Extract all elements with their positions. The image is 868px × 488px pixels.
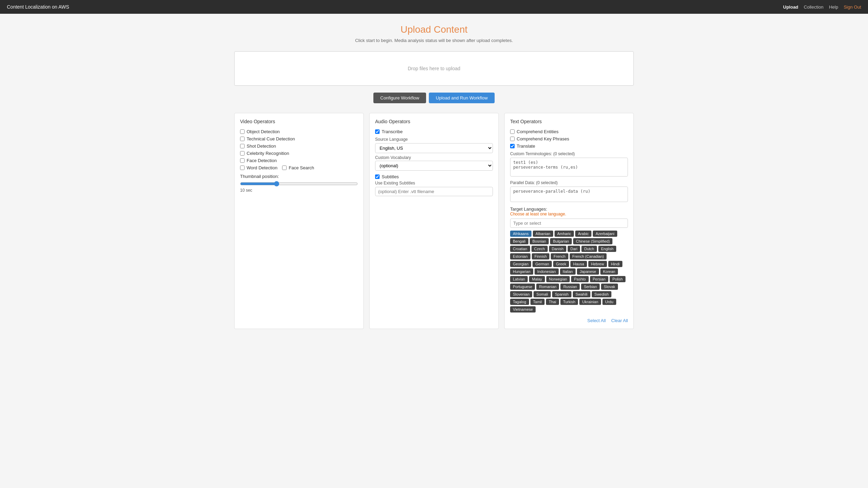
lang-tag-dutch[interactable]: Dutch [581,246,597,252]
parallel-data-textarea[interactable]: perseverance-parallel-data (ru) [510,187,628,202]
lang-tag-hausa[interactable]: Hausa [570,261,587,267]
lang-tag-russian[interactable]: Russian [560,284,580,290]
lang-tag-urdu[interactable]: Urdu [602,299,616,305]
lang-tag-dari[interactable]: Dari [568,246,580,252]
language-search-input[interactable] [510,219,628,228]
lang-tag-hindi[interactable]: Hindi [608,261,622,267]
face-search-label: Face Search [289,165,314,170]
use-existing-subtitles-label: Use Existing Subtitles [375,181,493,185]
lang-tag-romanian[interactable]: Romanian [536,284,559,290]
lang-tag-slovenian[interactable]: Slovenian [510,291,532,297]
vtt-filename-input[interactable] [375,187,493,196]
upload-dropzone[interactable]: Drop files here to upload [234,51,634,86]
clear-all-link[interactable]: Clear All [611,318,628,323]
transcribe-checkbox[interactable] [375,129,380,134]
technical-cue-checkbox[interactable] [240,137,245,141]
lang-tag-finnish[interactable]: Finnish [532,253,549,259]
lang-tag-tamil[interactable]: Tamil [530,299,545,305]
translate-checkbox[interactable] [510,144,515,148]
custom-terminologies-label: Custom Terminologies: (0 selected) [510,151,628,156]
lang-tag-hungarian[interactable]: Hungarian [510,268,533,275]
lang-tag-german[interactable]: German [533,261,552,267]
configure-workflow-button[interactable]: Configure Workflow [373,93,426,103]
lang-tag-georgian[interactable]: Georgian [510,261,531,267]
transcribe-label: Transcribe [382,129,403,134]
word-detection-checkbox[interactable] [240,166,245,170]
lang-tag-french-(canadian)[interactable]: French (Canadian) [570,253,607,259]
celebrity-recognition-label: Celebrity Recognition [247,151,289,156]
thumbnail-slider[interactable] [240,181,358,187]
lang-tag-thai[interactable]: Thai [546,299,559,305]
nav-signout[interactable]: Sign Out [844,4,861,10]
lang-tag-polish[interactable]: Polish [610,276,626,282]
lang-tag-afrikaans[interactable]: Afrikaans [510,231,531,237]
upload-run-workflow-button[interactable]: Upload and Run Workflow [429,93,495,103]
lang-tag-hebrew[interactable]: Hebrew [588,261,607,267]
lang-tag-indonesian[interactable]: Indonesian [535,268,559,275]
lang-tag-norwegian[interactable]: Norwegian [546,276,570,282]
lang-tag-czech[interactable]: Czech [531,246,548,252]
lang-tag-latvian[interactable]: Latvian [510,276,528,282]
app-logo: Content Localization on AWS [7,4,69,10]
upload-dropzone-label: Drop files here to upload [408,66,461,71]
lang-tag-japanese[interactable]: Japanese [577,268,599,275]
nav-collection[interactable]: Collection [804,4,824,10]
lang-tag-greek[interactable]: Greek [553,261,569,267]
comprehend-key-phrases-checkbox[interactable] [510,137,515,141]
source-language-select[interactable]: English, US English, GB Spanish French G… [375,143,493,153]
face-search-checkbox[interactable] [282,166,287,170]
object-detection-checkbox[interactable] [240,129,245,134]
face-detection-label: Face Detection [247,158,277,163]
lang-tag-french[interactable]: French [551,253,568,259]
lang-tag-vietnamese[interactable]: Vietnamese [510,306,536,312]
lang-tag-estonian[interactable]: Estonian [510,253,530,259]
face-detection-checkbox[interactable] [240,158,245,163]
lang-tag-italian[interactable]: Italian [560,268,576,275]
technical-cue-label: Technical Cue Detection [247,136,295,141]
lang-tag-korean[interactable]: Korean [600,268,618,275]
lang-tag-serbian[interactable]: Serbian [581,284,600,290]
lang-tag-persian[interactable]: Persian [590,276,608,282]
lang-tag-bulgarian[interactable]: Bulgarian [550,238,571,244]
page-container: Upload Content Click start to begin. Med… [227,14,641,339]
lang-tag-bosnian[interactable]: Bosnian [530,238,549,244]
lang-tag-somali[interactable]: Somali [534,291,551,297]
lang-tag-arabic[interactable]: Arabic [575,231,591,237]
target-languages-label: Target Languages: [510,206,628,212]
lang-tag-swahili[interactable]: Swahili [573,291,590,297]
lang-tag-portuguese[interactable]: Portuguese [510,284,535,290]
object-detection-label: Object Detection [247,129,280,134]
lang-tag-turkish[interactable]: Turkish [560,299,578,305]
transcribe-row: Transcribe [375,129,493,134]
lang-tag-pashto[interactable]: Pashto [571,276,588,282]
comprehend-entities-checkbox[interactable] [510,129,515,134]
audio-operators-title: Audio Operators [375,119,493,124]
lang-tag-slovak[interactable]: Slovak [601,284,618,290]
select-all-link[interactable]: Select All [587,318,606,323]
video-op-celebrity: Celebrity Recognition [240,151,358,156]
source-language-label: Source Language [375,137,493,142]
custom-vocab-select[interactable]: (optional) [375,161,493,171]
nav-help[interactable]: Help [829,4,838,10]
lang-tag-chinese-(simplified)[interactable]: Chinese (Simplified) [573,238,612,244]
lang-tag-english[interactable]: English [598,246,616,252]
lang-tag-swedish[interactable]: Swedish [592,291,612,297]
operator-columns: Video Operators Object Detection Technic… [234,113,634,329]
lang-tag-bengali[interactable]: Bengali [510,238,528,244]
lang-tag-spanish[interactable]: Spanish [552,291,571,297]
shot-detection-checkbox[interactable] [240,144,245,148]
celebrity-recognition-checkbox[interactable] [240,151,245,156]
lang-tag-azerbaijani[interactable]: Azerbaijani [593,231,617,237]
lang-tag-tagalog[interactable]: Tagalog [510,299,529,305]
lang-tag-danish[interactable]: Danish [549,246,566,252]
word-detection-label: Word Detection [247,165,277,170]
lang-tag-malay[interactable]: Malay [529,276,545,282]
lang-tag-ukrainian[interactable]: Ukrainian [579,299,601,305]
video-op-face-detection: Face Detection [240,158,358,163]
lang-tag-amharic[interactable]: Amharic [555,231,574,237]
subtitles-checkbox[interactable] [375,174,380,179]
lang-tag-croatian[interactable]: Croatian [510,246,530,252]
nav-upload[interactable]: Upload [783,4,798,10]
custom-terminologies-textarea[interactable]: test1 (es) perseverance-terms (ru,es) [510,158,628,177]
lang-tag-albanian[interactable]: Albanian [533,231,553,237]
